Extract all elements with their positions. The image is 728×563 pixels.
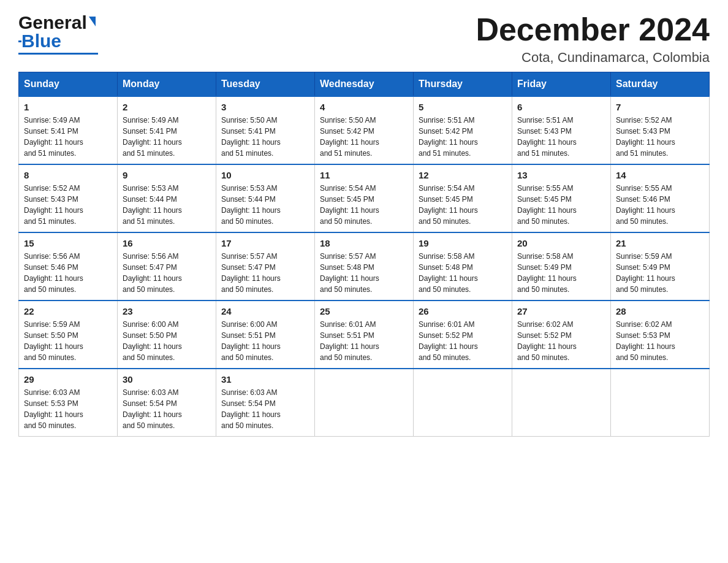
calendar-cell: 9Sunrise: 5:53 AM Sunset: 5:44 PM Daylig…	[118, 164, 216, 232]
day-info: Sunrise: 6:03 AM Sunset: 5:53 PM Dayligh…	[24, 387, 112, 431]
day-info: Sunrise: 5:54 AM Sunset: 5:45 PM Dayligh…	[320, 183, 408, 227]
day-number: 1	[24, 102, 112, 112]
column-header-thursday: Thursday	[414, 72, 512, 97]
day-number: 24	[221, 306, 309, 316]
day-number: 20	[517, 238, 605, 248]
calendar-cell: 24Sunrise: 6:00 AM Sunset: 5:51 PM Dayli…	[216, 301, 315, 369]
calendar-cell	[414, 369, 512, 437]
day-number: 2	[123, 102, 211, 112]
calendar-cell: 6Sunrise: 5:51 AM Sunset: 5:43 PM Daylig…	[512, 96, 611, 164]
day-info: Sunrise: 5:55 AM Sunset: 5:45 PM Dayligh…	[517, 183, 605, 227]
day-number: 3	[221, 102, 309, 112]
calendar-cell: 18Sunrise: 5:57 AM Sunset: 5:48 PM Dayli…	[315, 232, 414, 301]
calendar-cell: 11Sunrise: 5:54 AM Sunset: 5:45 PM Dayli…	[315, 164, 414, 232]
day-number: 23	[123, 306, 211, 316]
day-number: 11	[320, 170, 408, 180]
calendar-cell: 4Sunrise: 5:50 AM Sunset: 5:42 PM Daylig…	[315, 96, 414, 164]
page-header: General Blue December 2024 Cota, Cundina…	[18, 12, 710, 66]
calendar-cell: 7Sunrise: 5:52 AM Sunset: 5:43 PM Daylig…	[611, 96, 710, 164]
day-info: Sunrise: 5:53 AM Sunset: 5:44 PM Dayligh…	[123, 183, 211, 227]
calendar-cell: 17Sunrise: 5:57 AM Sunset: 5:47 PM Dayli…	[216, 232, 315, 301]
calendar-cell: 20Sunrise: 5:58 AM Sunset: 5:49 PM Dayli…	[512, 232, 611, 301]
column-header-tuesday: Tuesday	[216, 72, 315, 97]
day-info: Sunrise: 6:03 AM Sunset: 5:54 PM Dayligh…	[221, 387, 309, 431]
day-number: 6	[517, 102, 605, 112]
day-info: Sunrise: 6:03 AM Sunset: 5:54 PM Dayligh…	[123, 387, 211, 431]
day-info: Sunrise: 5:53 AM Sunset: 5:44 PM Dayligh…	[221, 183, 309, 227]
day-info: Sunrise: 6:00 AM Sunset: 5:50 PM Dayligh…	[123, 319, 211, 363]
day-number: 7	[616, 102, 704, 112]
calendar-table: SundayMondayTuesdayWednesdayThursdayFrid…	[18, 72, 710, 437]
calendar-week-4: 22Sunrise: 5:59 AM Sunset: 5:50 PM Dayli…	[19, 301, 710, 369]
calendar-cell	[611, 369, 710, 437]
calendar-cell: 2Sunrise: 5:49 AM Sunset: 5:41 PM Daylig…	[118, 96, 216, 164]
calendar-header-row: SundayMondayTuesdayWednesdayThursdayFrid…	[19, 72, 710, 97]
calendar-cell: 21Sunrise: 5:59 AM Sunset: 5:49 PM Dayli…	[611, 232, 710, 301]
day-info: Sunrise: 5:59 AM Sunset: 5:49 PM Dayligh…	[616, 251, 704, 295]
day-number: 16	[123, 238, 211, 248]
calendar-subtitle: Cota, Cundinamarca, Colombia	[476, 50, 710, 66]
day-info: Sunrise: 5:49 AM Sunset: 5:41 PM Dayligh…	[123, 115, 211, 159]
day-number: 26	[419, 306, 507, 316]
calendar-week-3: 15Sunrise: 5:56 AM Sunset: 5:46 PM Dayli…	[19, 232, 710, 301]
column-header-friday: Friday	[512, 72, 611, 97]
day-info: Sunrise: 5:55 AM Sunset: 5:46 PM Dayligh…	[616, 183, 704, 227]
day-info: Sunrise: 5:56 AM Sunset: 5:47 PM Dayligh…	[123, 251, 211, 295]
column-header-monday: Monday	[118, 72, 216, 97]
day-info: Sunrise: 6:02 AM Sunset: 5:53 PM Dayligh…	[616, 319, 704, 363]
day-info: Sunrise: 5:57 AM Sunset: 5:47 PM Dayligh…	[221, 251, 309, 295]
day-number: 19	[419, 238, 507, 248]
day-number: 30	[123, 374, 211, 385]
calendar-cell: 8Sunrise: 5:52 AM Sunset: 5:43 PM Daylig…	[19, 164, 118, 232]
day-number: 21	[616, 238, 704, 248]
day-number: 29	[24, 374, 112, 385]
day-info: Sunrise: 5:54 AM Sunset: 5:45 PM Dayligh…	[419, 183, 507, 227]
calendar-cell: 27Sunrise: 6:02 AM Sunset: 5:52 PM Dayli…	[512, 301, 611, 369]
day-info: Sunrise: 5:50 AM Sunset: 5:42 PM Dayligh…	[320, 115, 408, 159]
column-header-wednesday: Wednesday	[315, 72, 414, 97]
calendar-cell: 25Sunrise: 6:01 AM Sunset: 5:51 PM Dayli…	[315, 301, 414, 369]
day-number: 9	[123, 170, 211, 180]
calendar-cell: 13Sunrise: 5:55 AM Sunset: 5:45 PM Dayli…	[512, 164, 611, 232]
day-info: Sunrise: 6:01 AM Sunset: 5:51 PM Dayligh…	[320, 319, 408, 363]
day-info: Sunrise: 5:52 AM Sunset: 5:43 PM Dayligh…	[616, 115, 704, 159]
calendar-cell: 16Sunrise: 5:56 AM Sunset: 5:47 PM Dayli…	[118, 232, 216, 301]
day-info: Sunrise: 5:57 AM Sunset: 5:48 PM Dayligh…	[320, 251, 408, 295]
day-number: 15	[24, 238, 112, 248]
day-info: Sunrise: 5:58 AM Sunset: 5:48 PM Dayligh…	[419, 251, 507, 295]
day-number: 13	[517, 170, 605, 180]
calendar-title: December 2024	[476, 12, 710, 47]
logo-general: General	[18, 12, 87, 33]
calendar-week-2: 8Sunrise: 5:52 AM Sunset: 5:43 PM Daylig…	[19, 164, 710, 232]
calendar-cell: 26Sunrise: 6:01 AM Sunset: 5:52 PM Dayli…	[414, 301, 512, 369]
calendar-cell: 30Sunrise: 6:03 AM Sunset: 5:54 PM Dayli…	[118, 369, 216, 437]
calendar-cell: 31Sunrise: 6:03 AM Sunset: 5:54 PM Dayli…	[216, 369, 315, 437]
calendar-cell: 10Sunrise: 5:53 AM Sunset: 5:44 PM Dayli…	[216, 164, 315, 232]
calendar-cell: 1Sunrise: 5:49 AM Sunset: 5:41 PM Daylig…	[19, 96, 118, 164]
day-info: Sunrise: 6:02 AM Sunset: 5:52 PM Dayligh…	[517, 319, 605, 363]
calendar-week-5: 29Sunrise: 6:03 AM Sunset: 5:53 PM Dayli…	[19, 369, 710, 437]
column-header-sunday: Sunday	[19, 72, 118, 97]
calendar-cell: 12Sunrise: 5:54 AM Sunset: 5:45 PM Dayli…	[414, 164, 512, 232]
calendar-cell: 19Sunrise: 5:58 AM Sunset: 5:48 PM Dayli…	[414, 232, 512, 301]
day-number: 8	[24, 170, 112, 180]
calendar-cell: 29Sunrise: 6:03 AM Sunset: 5:53 PM Dayli…	[19, 369, 118, 437]
calendar-week-1: 1Sunrise: 5:49 AM Sunset: 5:41 PM Daylig…	[19, 96, 710, 164]
day-info: Sunrise: 6:01 AM Sunset: 5:52 PM Dayligh…	[419, 319, 507, 363]
title-block: December 2024 Cota, Cundinamarca, Colomb…	[476, 12, 710, 66]
day-info: Sunrise: 5:51 AM Sunset: 5:43 PM Dayligh…	[517, 115, 605, 159]
day-info: Sunrise: 6:00 AM Sunset: 5:51 PM Dayligh…	[221, 319, 309, 363]
day-info: Sunrise: 5:50 AM Sunset: 5:41 PM Dayligh…	[221, 115, 309, 159]
logo-underline	[18, 53, 98, 55]
day-info: Sunrise: 5:49 AM Sunset: 5:41 PM Dayligh…	[24, 115, 112, 159]
day-number: 27	[517, 306, 605, 316]
day-number: 17	[221, 238, 309, 248]
calendar-cell	[315, 369, 414, 437]
calendar-cell	[512, 369, 611, 437]
day-number: 4	[320, 102, 408, 112]
day-number: 14	[616, 170, 704, 180]
logo: General Blue	[18, 12, 98, 55]
day-number: 5	[419, 102, 507, 112]
day-number: 31	[221, 374, 309, 385]
calendar-cell: 15Sunrise: 5:56 AM Sunset: 5:46 PM Dayli…	[19, 232, 118, 301]
